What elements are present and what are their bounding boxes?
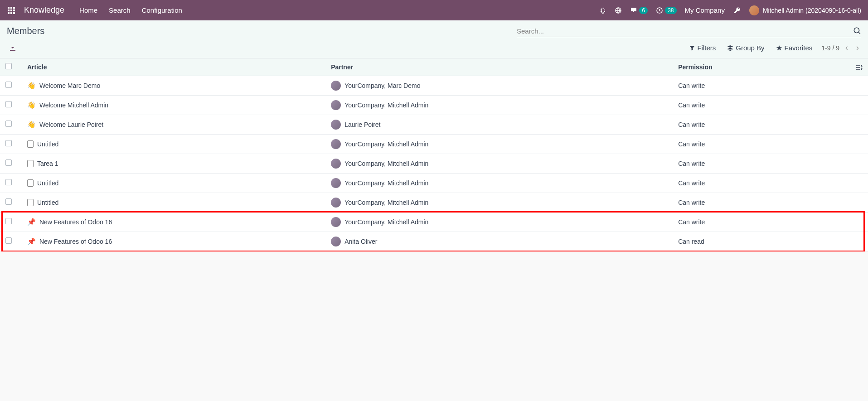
table-header-row: Article Partner Permission: [0, 58, 868, 76]
document-icon: [27, 179, 34, 187]
row-checkbox[interactable]: [5, 121, 12, 127]
list-table: Article Partner Permission 👋Welcome Marc…: [0, 58, 868, 251]
select-all-checkbox[interactable]: [5, 63, 12, 69]
table-row[interactable]: 👋Welcome Laurie PoiretLaurie PoiretCan w…: [0, 115, 868, 134]
article-emoji-icon: 👋: [27, 101, 36, 109]
table-row[interactable]: Tarea 1YourCompany, Mitchell AdminCan wr…: [0, 154, 868, 173]
bug-icon[interactable]: [599, 7, 606, 14]
messages-icon[interactable]: 6: [630, 7, 648, 14]
user-menu[interactable]: Mitchell Admin (20204090-16-0-all): [749, 5, 861, 15]
user-avatar-icon: [749, 5, 759, 15]
svg-rect-4: [10, 10, 12, 11]
partner-name: Laurie Poiret: [344, 121, 380, 128]
partner-avatar-icon: [331, 120, 341, 130]
article-emoji-icon: 📌: [27, 237, 36, 246]
row-checkbox[interactable]: [5, 237, 12, 244]
table-row[interactable]: UntitledYourCompany, Mitchell AdminCan w…: [0, 134, 868, 154]
tools-icon[interactable]: [733, 6, 741, 14]
partner-name: YourCompany, Mitchell Admin: [344, 101, 428, 109]
article-emoji-icon: 👋: [27, 121, 36, 129]
company-switcher[interactable]: My Company: [685, 6, 725, 14]
article-title: Welcome Mitchell Admin: [39, 101, 108, 109]
table-row[interactable]: 📌New Features of Odoo 16YourCompany, Mit…: [0, 212, 868, 232]
partner-avatar-icon: [331, 198, 341, 208]
row-checkbox[interactable]: [5, 159, 12, 166]
column-permission[interactable]: Permission: [673, 58, 846, 76]
nav-home[interactable]: Home: [79, 6, 97, 14]
pager: 1-9 / 9 ‹ ›: [821, 43, 861, 53]
search-input[interactable]: [517, 27, 853, 35]
article-title: Untitled: [37, 140, 58, 148]
control-panel: Members Filters Group By Favorites: [0, 20, 868, 58]
svg-rect-8: [13, 12, 15, 14]
partner-name: YourCompany, Mitchell Admin: [344, 218, 428, 226]
partner-name: YourCompany, Mitchell Admin: [344, 199, 428, 206]
user-name: Mitchell Admin (20204090-16-0-all): [763, 7, 861, 14]
row-checkbox[interactable]: [5, 179, 12, 185]
column-article[interactable]: Article: [22, 58, 325, 76]
nav-configuration[interactable]: Configuration: [142, 6, 182, 14]
row-checkbox[interactable]: [5, 101, 12, 107]
optional-fields-icon[interactable]: [855, 63, 863, 70]
groupby-button[interactable]: Group By: [727, 44, 764, 52]
article-title: Welcome Marc Demo: [39, 82, 100, 89]
table-row[interactable]: 👋Welcome Mitchell AdminYourCompany, Mitc…: [0, 95, 868, 115]
partner-name: Anita Oliver: [344, 238, 377, 245]
svg-rect-6: [8, 12, 10, 14]
table-row[interactable]: 📌New Features of Odoo 16Anita OliverCan …: [0, 232, 868, 251]
article-title: New Features of Odoo 16: [39, 238, 112, 245]
partner-avatar-icon: [331, 178, 341, 188]
table-row[interactable]: 👋Welcome Marc DemoYourCompany, Marc Demo…: [0, 76, 868, 95]
nav-right: 6 38 My Company Mitchell Admin (20204090…: [599, 5, 861, 15]
activities-icon[interactable]: 38: [656, 7, 676, 14]
pager-value[interactable]: 1-9 / 9: [821, 44, 839, 52]
partner-avatar-icon: [331, 237, 341, 246]
messages-badge: 6: [639, 7, 648, 14]
permission-value: Can write: [673, 193, 846, 212]
pager-next-icon[interactable]: ›: [854, 43, 861, 53]
table-row[interactable]: UntitledYourCompany, Mitchell AdminCan w…: [0, 173, 868, 193]
apps-icon[interactable]: [7, 6, 16, 15]
partner-avatar-icon: [331, 139, 341, 149]
row-checkbox[interactable]: [5, 198, 12, 205]
filter-group: Filters Group By Favorites: [689, 44, 812, 52]
article-title: Untitled: [37, 199, 58, 206]
top-navbar: Knowledge Home Search Configuration 6 38…: [0, 0, 868, 20]
svg-point-11: [854, 28, 859, 33]
app-brand[interactable]: Knowledge: [24, 5, 64, 15]
document-icon: [27, 140, 34, 148]
partner-avatar-icon: [331, 100, 341, 110]
permission-value: Can write: [673, 154, 846, 173]
search-icon[interactable]: [853, 27, 861, 35]
activities-badge: 38: [665, 7, 676, 14]
document-icon: [27, 160, 34, 167]
row-checkbox[interactable]: [5, 218, 12, 224]
article-title: Tarea 1: [37, 160, 58, 167]
support-icon[interactable]: [615, 7, 622, 14]
export-icon[interactable]: [9, 44, 16, 52]
svg-rect-7: [10, 12, 12, 14]
favorites-button[interactable]: Favorites: [776, 44, 813, 52]
svg-rect-2: [13, 7, 15, 9]
pager-prev-icon[interactable]: ‹: [843, 43, 850, 53]
permission-value: Can read: [673, 232, 846, 251]
column-partner[interactable]: Partner: [325, 58, 673, 76]
search-box[interactable]: [517, 25, 861, 37]
permission-value: Can write: [673, 212, 846, 232]
article-title: Untitled: [37, 179, 58, 187]
partner-name: YourCompany, Mitchell Admin: [344, 179, 428, 187]
permission-value: Can write: [673, 134, 846, 154]
partner-avatar-icon: [331, 217, 341, 227]
table-row[interactable]: UntitledYourCompany, Mitchell AdminCan w…: [0, 193, 868, 212]
permission-value: Can write: [673, 115, 846, 134]
permission-value: Can write: [673, 95, 846, 115]
filters-button[interactable]: Filters: [689, 44, 716, 52]
partner-name: YourCompany, Mitchell Admin: [344, 140, 428, 148]
nav-menu: Home Search Configuration: [79, 6, 182, 14]
partner-name: YourCompany, Mitchell Admin: [344, 160, 428, 167]
partner-avatar-icon: [331, 81, 341, 91]
row-checkbox[interactable]: [5, 140, 12, 146]
row-checkbox[interactable]: [5, 82, 12, 88]
nav-search[interactable]: Search: [109, 6, 131, 14]
partner-avatar-icon: [331, 159, 341, 169]
